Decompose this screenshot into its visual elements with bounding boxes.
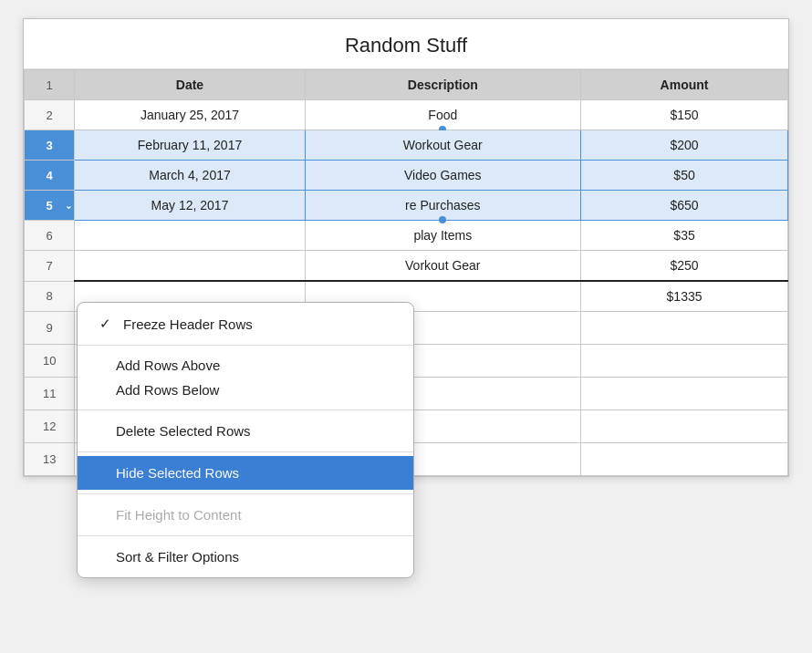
row-num-6[interactable]: 6 [25, 221, 75, 251]
menu-item-freeze-header-rows[interactable]: ✓ Freeze Header Rows [78, 306, 413, 341]
cell-desc-6[interactable]: play Items [305, 221, 581, 251]
menu-label-fit-height: Fit Height to Content [116, 507, 242, 523]
cell-amount-9[interactable] [581, 312, 788, 345]
row-num-5[interactable]: 5 ⌄ [25, 191, 75, 221]
menu-divider-3 [78, 451, 413, 452]
cell-desc-5[interactable]: re Purchases [305, 191, 581, 221]
menu-item-hide-selected-rows[interactable]: Hide Selected Rows [78, 456, 413, 490]
menu-divider-2 [78, 409, 413, 410]
cell-date-6[interactable] [75, 221, 305, 251]
menu-label-delete-selected-rows: Delete Selected Rows [116, 423, 251, 439]
cell-amount-7[interactable]: $250 [581, 251, 788, 282]
row-num-2[interactable]: 2 [25, 100, 75, 130]
cell-amount-13[interactable] [581, 443, 788, 476]
row-num-4[interactable]: 4 [25, 161, 75, 191]
row-num-12[interactable]: 12 [25, 410, 75, 443]
row-num-13[interactable]: 13 [25, 443, 75, 476]
cell-date-3[interactable]: February 11, 2017 [75, 130, 305, 161]
cell-date-2[interactable]: January 25, 2017 [75, 100, 305, 130]
spreadsheet-container: Random Stuff 1 Date Description Amount 2… [23, 18, 789, 477]
table-row[interactable]: 3 February 11, 2017 Workout Gear $200 [25, 130, 788, 161]
menu-divider-5 [78, 535, 413, 536]
menu-label-sort-filter: Sort & Filter Options [116, 549, 239, 565]
cell-desc-3[interactable]: Workout Gear [305, 130, 581, 161]
cell-desc-7[interactable]: Vorkout Gear [305, 251, 581, 282]
cell-amount-2[interactable]: $150 [581, 100, 788, 130]
col-header-date[interactable]: Date [75, 70, 305, 100]
row-num-10[interactable]: 10 [25, 345, 75, 378]
check-icon: ✓ [99, 316, 116, 332]
row-num-9[interactable]: 9 [25, 312, 75, 345]
cell-date-5[interactable]: May 12, 2017 [75, 191, 305, 221]
context-menu: ✓ Freeze Header Rows Add Rows Above Add … [77, 302, 414, 578]
cell-amount-10[interactable] [581, 345, 788, 378]
cell-amount-11[interactable] [581, 378, 788, 410]
menu-item-group-add-rows: Add Rows Above Add Rows Below [78, 349, 413, 406]
spreadsheet-title: Random Stuff [24, 19, 788, 69]
menu-divider-4 [78, 493, 413, 494]
cell-date-4[interactable]: March 4, 2017 [75, 161, 305, 191]
menu-label-hide-selected-rows: Hide Selected Rows [116, 465, 239, 481]
menu-label-add-rows-above: Add Rows Above [116, 358, 220, 373]
cell-amount-3[interactable]: $200 [581, 130, 788, 161]
cell-amount-8[interactable]: $1335 [581, 281, 788, 312]
row-num-header: 1 [25, 70, 75, 100]
menu-item-add-rows-below[interactable]: Add Rows Below [116, 378, 391, 402]
row-num-11[interactable]: 11 [25, 378, 75, 410]
cell-amount-4[interactable]: $50 [581, 161, 788, 191]
table-row[interactable]: 4 March 4, 2017 Video Games $50 [25, 161, 788, 191]
menu-item-add-rows-above[interactable]: Add Rows Above [116, 353, 391, 378]
cell-date-7[interactable] [75, 251, 305, 282]
col-header-amount[interactable]: Amount [581, 70, 788, 100]
cell-desc-4[interactable]: Video Games [305, 161, 581, 191]
cell-amount-6[interactable]: $35 [581, 221, 788, 251]
row-num-3[interactable]: 3 [25, 130, 75, 161]
header-row: 1 Date Description Amount [25, 70, 788, 100]
menu-item-fit-height[interactable]: Fit Height to Content [78, 498, 413, 532]
table-row[interactable]: 6 play Items $35 [25, 221, 788, 251]
col-header-description[interactable]: Description [305, 70, 581, 100]
cell-amount-5[interactable]: $650 [581, 191, 788, 221]
menu-item-delete-selected-rows[interactable]: Delete Selected Rows [78, 414, 413, 448]
menu-label-add-rows-below: Add Rows Below [116, 382, 219, 398]
menu-label-freeze: Freeze Header Rows [123, 316, 253, 332]
table-row[interactable]: 5 ⌄ May 12, 2017 re Purchases $650 [25, 191, 788, 221]
table-row[interactable]: 7 Vorkout Gear $250 [25, 251, 788, 282]
table-row[interactable]: 2 January 25, 2017 Food $150 [25, 100, 788, 130]
menu-divider-1 [78, 345, 413, 346]
row-num-7[interactable]: 7 [25, 251, 75, 282]
cell-desc-2[interactable]: Food [305, 100, 581, 130]
row-num-8[interactable]: 8 [25, 281, 75, 312]
cell-amount-12[interactable] [581, 410, 788, 443]
menu-item-sort-filter[interactable]: Sort & Filter Options [78, 540, 413, 574]
